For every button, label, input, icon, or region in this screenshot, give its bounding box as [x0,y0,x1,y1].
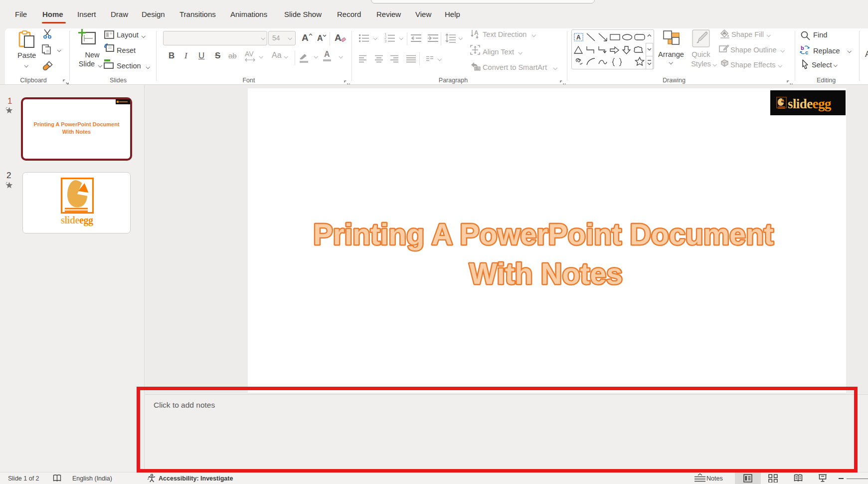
svg-text:A: A [576,34,581,41]
svg-text:Printing A PowerPoint Document: Printing A PowerPoint Document [313,218,773,251]
svg-text:b: b [801,45,804,51]
svg-text:With Notes: With Notes [469,257,623,290]
svg-text:c: c [805,49,808,55]
svg-text:A: A [474,29,479,36]
svg-text:slideegg: slideegg [61,215,93,226]
